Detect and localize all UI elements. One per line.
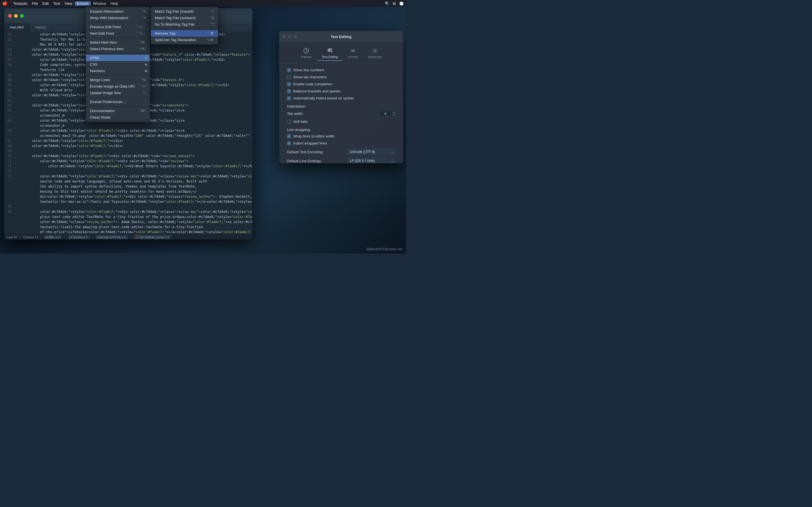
status-id[interactable]: ⬛ ID: feature_icons ▲▼ <box>134 235 171 239</box>
menubar-text[interactable]: Text <box>51 1 62 6</box>
settings-tab-advanced[interactable]: Advanced <box>363 46 387 61</box>
line-content: of-the-price">Lifehackercolor:#c7d4e0;">… <box>14 230 252 233</box>
line-content: div>color:#c7d4e0;">style="color:#7aa6c7… <box>14 194 252 199</box>
menu-item-cheat-sheet[interactable]: Cheat Sheet <box>86 114 150 121</box>
line-number: 58 <box>4 77 14 82</box>
wrap-lines-checkbox[interactable] <box>287 134 291 138</box>
settings-tab-text-editing[interactable]: Text Editing <box>317 46 343 61</box>
line-number: 76 <box>4 209 14 214</box>
line-number: 51 <box>4 32 14 37</box>
line-number <box>4 194 14 199</box>
line-number: 72 <box>4 164 14 169</box>
line-content: color:#c7d4e0;">style="color:#7aa6c7;"><… <box>14 128 252 133</box>
line-number <box>4 214 14 219</box>
advanced-label: Advanced <box>368 55 382 59</box>
minimize-button[interactable] <box>14 14 18 18</box>
line-number: 59 <box>4 82 14 88</box>
submenu-remove-tag[interactable]: Remove Tag ⌘' <box>151 30 218 37</box>
settings-fullscreen-button[interactable] <box>294 35 297 38</box>
status-column: Column 17 <box>23 235 38 239</box>
menubar-file[interactable]: File <box>30 1 40 6</box>
line-content: color:#c7d4e0;">style="color:#7aa6c7;"><… <box>14 159 252 164</box>
tab-main-js[interactable]: main.js <box>30 23 52 32</box>
line-content: color:#c7d4e0;">style="color:#7aa6c7;"><… <box>14 144 252 149</box>
menu-item-select-next[interactable]: Select Next Item ⇧⌘. <box>86 39 150 46</box>
line-content <box>14 204 252 209</box>
submenu-match-tag-outward[interactable]: Match Tag Pair (outward) ⌃D <box>151 15 218 21</box>
indent-wrapped-checkbox[interactable] <box>287 142 291 145</box>
status-encoding[interactable]: Unicode (UTF-8) ▲▼ <box>96 235 128 239</box>
notification-icon[interactable]: 🕐 <box>399 1 404 6</box>
menubar-edit[interactable]: Edit <box>40 1 51 6</box>
line-number <box>4 67 14 72</box>
line-number: 55 <box>4 57 14 62</box>
code-line: screenshot_m <box>4 123 252 128</box>
line-number: 56 <box>4 62 14 67</box>
menubar-textastic[interactable]: Textastic <box>11 1 30 6</box>
spinner-down[interactable]: ▼ <box>393 114 395 117</box>
line-number <box>4 224 14 230</box>
show-line-numbers-checkbox[interactable] <box>287 68 291 72</box>
line-content: color:#c7d4e0;">style="color:#7aa6c7;"><… <box>14 174 252 179</box>
menu-item-merge-lines[interactable]: Merge Lines ⌃M <box>86 76 150 83</box>
tab-width-input[interactable] <box>378 111 393 117</box>
settings-tab-themes[interactable]: Themes <box>296 46 317 61</box>
line-content: color:#c7d4e0;">style="color:#7aa6c7;"><… <box>14 164 252 169</box>
apple-menu-icon[interactable]: 🍎 <box>2 1 8 6</box>
indent-wrapped-label: Indent wrapped lines <box>293 141 327 145</box>
line-content: screenshot_m <box>14 123 252 128</box>
close-button[interactable] <box>8 14 12 18</box>
submenu-match-tag-inward[interactable]: Match Tag Pair (inward) ⌃J <box>151 8 218 15</box>
code-line: 74 color:#c7d4e0;">style="color:#7aa6c7;… <box>4 174 252 179</box>
line-number: 65 <box>4 118 14 123</box>
advanced-icon <box>371 47 378 54</box>
menu-item-prev-edit[interactable]: Previous Edit Point ⌃⌥← <box>86 24 150 30</box>
menu-item-encode-image[interactable]: Encode Image as Data URI ⌃⇧I <box>86 83 150 90</box>
search-icon[interactable]: 🔍 <box>385 1 389 6</box>
line-content: source code and markup languages, iCloud… <box>14 179 252 184</box>
menu-item-wrap-abbreviation[interactable]: Wrap With Abbreviation ⌃A <box>86 15 150 21</box>
line-number <box>4 133 14 138</box>
emmet-icon <box>350 47 356 54</box>
menu-item-css[interactable]: CSS ▶ <box>86 61 150 68</box>
code-line: 73 <box>4 169 252 174</box>
line-number <box>4 179 14 184</box>
status-line-ending[interactable]: LF (Unix) ▲▼ <box>68 235 90 239</box>
auto-indent-checkbox[interactable] <box>287 96 291 100</box>
submenu-goto-matching[interactable]: Go To Matching Tag Pair ⌃T <box>151 21 218 27</box>
menu-item-numbers[interactable]: Numbers ▶ <box>86 68 150 74</box>
spinner-up[interactable]: ▲ <box>393 111 395 114</box>
menu-item-emmet-prefs[interactable]: Emmet Preferences… <box>86 99 150 105</box>
enable-code-completion-label: Enable code completion <box>293 82 333 86</box>
show-tab-chars-checkbox[interactable] <box>287 75 291 79</box>
menu-item-next-edit[interactable]: Next Edit Point ⌃⌥→ <box>86 30 150 37</box>
menu-item-html[interactable]: HTML ▶ <box>86 55 150 61</box>
status-line: Line 47 <box>7 235 17 239</box>
enable-code-completion-checkbox[interactable] <box>287 82 291 86</box>
submenu-split-join[interactable]: Split/Join Tag Declaration ⌥⌘' <box>151 37 218 43</box>
menu-item-documentation[interactable]: Documentation ⌃⌘? <box>86 108 150 114</box>
settings-content: Show line numbers Show tab characters En… <box>279 63 403 163</box>
soft-tabs-checkbox[interactable] <box>287 120 291 124</box>
menu-item-expand-abbreviation[interactable]: Expand Abbreviation ⌃E <box>86 8 150 15</box>
menubar-window[interactable]: Window <box>91 1 108 6</box>
menubar-view[interactable]: View <box>62 1 75 6</box>
settings-tab-emmet[interactable]: Emmet <box>343 46 363 61</box>
encoding-select[interactable]: Unicode (UTF-8) UTF-16 ISO Latin 1 <box>347 149 395 155</box>
menubar-help[interactable]: Help <box>108 1 120 6</box>
tab-mac-html[interactable]: mac.html <box>4 23 30 32</box>
menu-item-select-prev[interactable]: Select Previous Item ⇧⌘, <box>86 46 150 52</box>
status-syntax[interactable]: HTML ▲▼ <box>44 235 62 239</box>
menu-item-update-image-size[interactable]: Update Image Size ⌃I <box>86 90 150 96</box>
show-tab-chars-label: Show tab characters <box>293 75 327 79</box>
settings-close-button[interactable] <box>283 35 286 38</box>
balance-brackets-checkbox[interactable] <box>287 89 291 93</box>
line-endings-select[interactable]: LF (OS X / Unix) CR (Classic Mac OS) CRL… <box>347 158 395 163</box>
control-center-icon[interactable]: ⊞ <box>393 1 396 6</box>
settings-minimize-button[interactable] <box>288 35 292 38</box>
show-line-numbers-row: Show line numbers <box>287 68 395 72</box>
menubar-emmet[interactable]: Emmet <box>75 1 91 6</box>
fullscreen-button[interactable] <box>20 14 24 18</box>
code-line: 76 color:#c7d4e0;">style="color:#7aa6c7;… <box>4 209 252 214</box>
line-number: 66 <box>4 128 14 133</box>
